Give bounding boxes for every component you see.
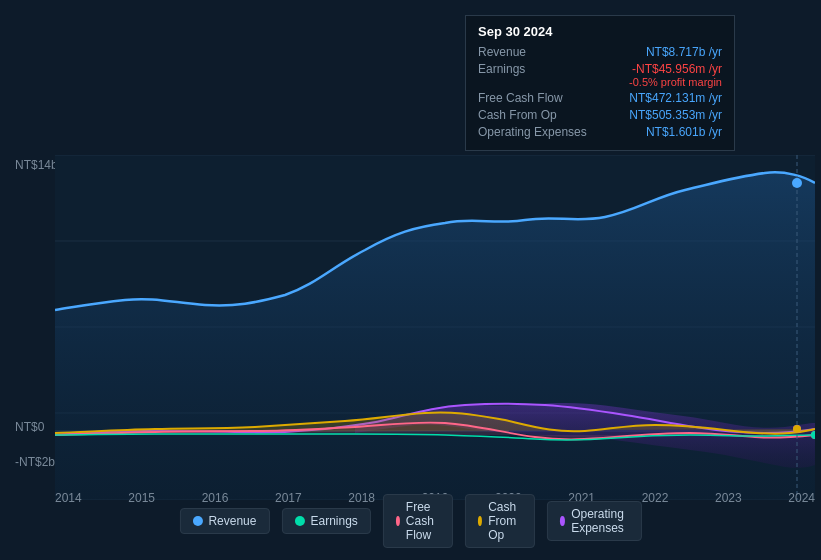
legend-label-earnings: Earnings xyxy=(310,514,357,528)
legend-label-fcf: Free Cash Flow xyxy=(406,500,440,542)
tooltip-label-cashfromop: Cash From Op xyxy=(478,108,578,122)
tooltip-date: Sep 30 2024 xyxy=(478,24,722,39)
tooltip-row-revenue: Revenue NT$8.717b /yr xyxy=(478,45,722,59)
legend-label-revenue: Revenue xyxy=(208,514,256,528)
tooltip-label-fcf: Free Cash Flow xyxy=(478,91,578,105)
legend-label-opex: Operating Expenses xyxy=(571,507,628,535)
tooltip-value-fcf: NT$472.131m /yr xyxy=(629,91,722,105)
legend-item-earnings[interactable]: Earnings xyxy=(281,508,370,534)
x-label-2023: 2023 xyxy=(715,491,742,505)
legend-item-cashfromop[interactable]: Cash From Op xyxy=(465,494,535,548)
legend-item-opex[interactable]: Operating Expenses xyxy=(547,501,642,541)
cashfromop-legend-dot xyxy=(478,516,482,526)
tooltip-value-earnings: -NT$45.956m /yr xyxy=(632,62,722,76)
tooltip-row-earnings: Earnings -NT$45.956m /yr -0.5% profit ma… xyxy=(478,62,722,88)
y-axis-mid: NT$0 xyxy=(15,420,44,434)
chart-svg[interactable] xyxy=(55,155,815,500)
legend-item-revenue[interactable]: Revenue xyxy=(179,508,269,534)
earnings-legend-dot xyxy=(294,516,304,526)
tooltip-value-cashfromop: NT$505.353m /yr xyxy=(629,108,722,122)
tooltip-row-opex: Operating Expenses NT$1.601b /yr xyxy=(478,125,722,139)
y-axis-top: NT$14b xyxy=(15,158,58,172)
x-label-2015: 2015 xyxy=(128,491,155,505)
x-label-2024: 2024 xyxy=(788,491,815,505)
tooltip-label-opex: Operating Expenses xyxy=(478,125,587,139)
opex-legend-dot xyxy=(560,516,565,526)
tooltip-label-revenue: Revenue xyxy=(478,45,578,59)
y-axis-bot: -NT$2b xyxy=(15,455,55,469)
tooltip-value-opex: NT$1.601b /yr xyxy=(646,125,722,139)
fcf-legend-dot xyxy=(396,516,400,526)
cashfromop-dot xyxy=(793,425,801,433)
data-tooltip: Sep 30 2024 Revenue NT$8.717b /yr Earnin… xyxy=(465,15,735,151)
revenue-dot xyxy=(792,178,802,188)
x-label-2022: 2022 xyxy=(642,491,669,505)
legend-label-cashfromop: Cash From Op xyxy=(488,500,522,542)
tooltip-profit-margin: -0.5% profit margin xyxy=(629,76,722,88)
legend-item-fcf[interactable]: Free Cash Flow xyxy=(383,494,453,548)
revenue-legend-dot xyxy=(192,516,202,526)
tooltip-value-revenue: NT$8.717b /yr xyxy=(646,45,722,59)
chart-legend: Revenue Earnings Free Cash Flow Cash Fro… xyxy=(179,494,641,548)
x-label-2014: 2014 xyxy=(55,491,82,505)
tooltip-row-fcf: Free Cash Flow NT$472.131m /yr xyxy=(478,91,722,105)
tooltip-row-cashfromop: Cash From Op NT$505.353m /yr xyxy=(478,108,722,122)
tooltip-label-earnings: Earnings xyxy=(478,62,578,76)
